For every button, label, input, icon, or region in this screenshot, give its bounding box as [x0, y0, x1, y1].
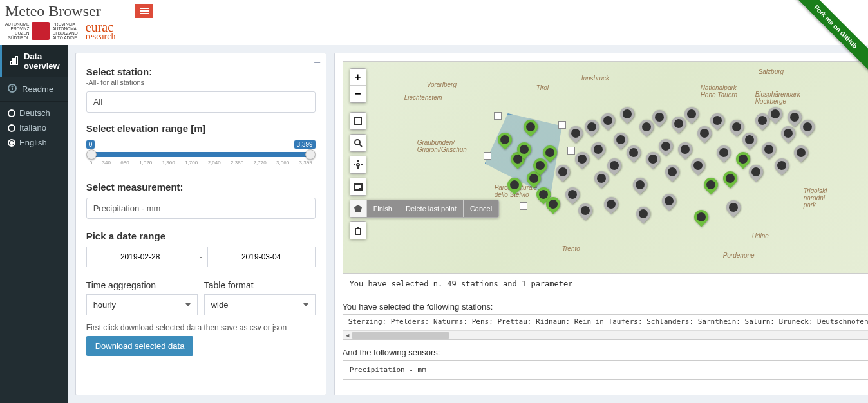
- map-marker[interactable]: [552, 162, 572, 182]
- chevron-down-icon: [185, 303, 191, 306]
- draw-delete-last-button[interactable]: Delete last point: [399, 200, 464, 217]
- github-ribbon[interactable]: Fork me on GitHub: [791, 0, 868, 77]
- map-marker[interactable]: [562, 184, 582, 204]
- sidebar-toggle-button[interactable]: [135, 4, 153, 18]
- svg-point-9: [357, 164, 359, 166]
- slider-handle-high[interactable]: [305, 149, 316, 160]
- measurement-select[interactable]: Precipitation - mm: [86, 198, 316, 219]
- svg-rect-6: [355, 118, 361, 124]
- eagle-icon: [32, 22, 50, 40]
- language-group: DeutschItalianoEnglish: [0, 102, 68, 150]
- map-marker[interactable]: [495, 129, 514, 149]
- stations-box: Sterzing; Pfelders; Naturns; Pens; Prett…: [343, 314, 868, 340]
- locate-button[interactable]: [350, 156, 366, 173]
- map-marker[interactable]: [675, 139, 695, 159]
- map-marker[interactable]: [591, 168, 611, 188]
- svg-point-7: [355, 140, 360, 145]
- date-from-input[interactable]: [86, 247, 194, 267]
- map-marker[interactable]: [694, 123, 714, 143]
- map-marker[interactable]: [759, 139, 778, 159]
- draw-toolbar: Finish Delete last point Cancel: [350, 200, 499, 218]
- map-search-button[interactable]: [350, 135, 366, 151]
- map-marker[interactable]: [662, 162, 682, 182]
- map-marker[interactable]: [726, 117, 746, 136]
- sidebar: Data overviewReadme DeutschItalianoEngli…: [0, 45, 68, 403]
- date-label: Pick a date range: [86, 230, 316, 241]
- sidebar-item-readme[interactable]: Readme: [0, 77, 68, 101]
- scroll-thumb[interactable]: [352, 332, 449, 339]
- map-marker[interactable]: [504, 174, 524, 194]
- map-marker[interactable]: [630, 174, 650, 194]
- map-marker[interactable]: [739, 129, 759, 149]
- format-select[interactable]: wide: [204, 294, 316, 315]
- map-marker[interactable]: [581, 117, 601, 136]
- map[interactable]: VorarlbergLiechtensteinInnsbruckTirolSal…: [343, 61, 868, 274]
- chart-icon: [10, 56, 19, 67]
- map-marker[interactable]: [713, 142, 733, 162]
- map-marker[interactable]: [688, 155, 708, 175]
- map-marker[interactable]: [601, 194, 621, 214]
- lang-deutsch[interactable]: Deutsch: [8, 106, 68, 120]
- zoom-out-button[interactable]: −: [350, 86, 366, 102]
- map-marker[interactable]: [733, 149, 753, 169]
- map-marker[interactable]: [701, 174, 721, 194]
- screenshot-button[interactable]: [350, 178, 366, 195]
- svg-rect-2: [15, 57, 17, 64]
- slider-handle-low[interactable]: [86, 149, 97, 160]
- download-note: First click download selected data then …: [86, 323, 316, 332]
- map-panel: − VorarlbergLiechtensteinInnsbruckTirolS…: [334, 53, 868, 395]
- station-select[interactable]: All: [86, 91, 316, 113]
- selection-summary: You have selected n. 49 stations and 1 p…: [343, 274, 868, 294]
- map-marker[interactable]: [623, 142, 643, 162]
- horizontal-scrollbar[interactable]: ◀ ▶: [343, 330, 868, 339]
- map-marker[interactable]: [656, 136, 675, 156]
- map-marker[interactable]: [746, 162, 766, 182]
- map-marker[interactable]: [723, 197, 743, 217]
- zoom-in-button[interactable]: +: [350, 69, 366, 86]
- station-label: Select station:: [86, 66, 316, 77]
- measurement-label: Select measurement:: [86, 182, 316, 192]
- svg-rect-15: [359, 188, 363, 191]
- scroll-left-button[interactable]: ◀: [343, 331, 352, 340]
- map-marker[interactable]: [633, 203, 653, 223]
- svg-marker-16: [354, 205, 362, 212]
- map-marker[interactable]: [659, 191, 679, 211]
- map-marker[interactable]: [520, 117, 540, 136]
- logos: AUTONOME PROVINZ BOZEN SÜDTIROL PROVINCI…: [5, 21, 863, 41]
- sensors-box: Precipitation - mm: [343, 360, 868, 380]
- map-marker[interactable]: [617, 104, 637, 124]
- sidebar-item-data-overview[interactable]: Data overview: [0, 45, 68, 77]
- fullscreen-control: [350, 112, 366, 130]
- map-marker[interactable]: [588, 139, 608, 159]
- collapse-icon[interactable]: −: [314, 56, 321, 70]
- draw-finish-button[interactable]: Finish: [367, 200, 399, 217]
- filter-panel: − Select station: -All- for all stations…: [75, 53, 326, 395]
- map-marker[interactable]: [604, 155, 624, 175]
- fullscreen-button[interactable]: [350, 113, 366, 129]
- draw-delete-button[interactable]: [350, 222, 366, 239]
- map-marker[interactable]: [707, 110, 727, 130]
- map-marker[interactable]: [598, 110, 618, 130]
- draw-polygon-button[interactable]: [350, 200, 367, 217]
- lang-italiano[interactable]: Italiano: [8, 120, 68, 135]
- aggregation-select[interactable]: hourly: [86, 294, 198, 315]
- map-marker[interactable]: [791, 142, 811, 162]
- map-marker[interactable]: [575, 200, 595, 220]
- elevation-slider[interactable]: 0 3,399 03406801,0201,3601,7002,0402,380…: [86, 143, 316, 173]
- map-marker[interactable]: [771, 155, 791, 175]
- stations-label: You have selected the following stations…: [343, 302, 868, 312]
- map-marker[interactable]: [565, 123, 585, 143]
- download-button[interactable]: Download selected data: [86, 336, 194, 356]
- svg-point-5: [12, 86, 13, 87]
- draw-cancel-button[interactable]: Cancel: [464, 200, 498, 217]
- map-marker[interactable]: [610, 129, 630, 149]
- aggregation-label: Time aggregation: [86, 280, 198, 290]
- lang-english[interactable]: English: [8, 135, 68, 150]
- date-to-input[interactable]: [207, 247, 316, 267]
- map-marker[interactable]: [572, 149, 592, 169]
- map-marker[interactable]: [691, 207, 711, 227]
- svg-line-8: [359, 144, 362, 147]
- map-marker[interactable]: [720, 168, 740, 188]
- zoom-control: + −: [350, 68, 366, 103]
- map-marker[interactable]: [643, 149, 663, 169]
